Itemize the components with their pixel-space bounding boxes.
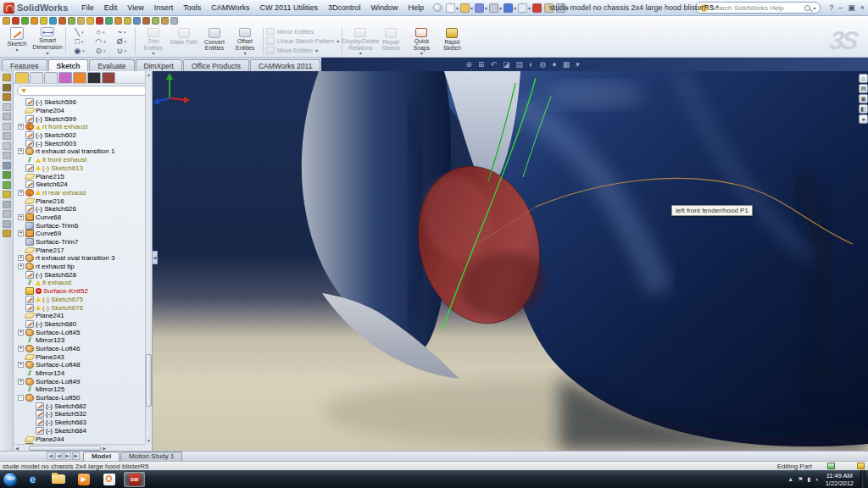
windows-explorer-icon[interactable] xyxy=(47,472,69,487)
toolbar-icon[interactable] xyxy=(86,17,94,25)
scroll-right-icon[interactable]: ▶ xyxy=(101,446,108,451)
tree-item[interactable]: (-) Sketch676 xyxy=(14,303,145,312)
toolbar-icon[interactable] xyxy=(3,17,10,25)
point-tool-icon[interactable]: ⊙ ▾ xyxy=(90,46,111,55)
tree-item[interactable]: ⫽ Mirror125 xyxy=(14,385,145,394)
command-tab[interactable]: Evaluate xyxy=(89,59,134,71)
ribbon-button[interactable]: Trim Entities ▾ xyxy=(138,26,169,56)
tool-icon[interactable] xyxy=(3,152,11,159)
toolbar-icon[interactable] xyxy=(124,17,131,25)
tool-icon[interactable] xyxy=(3,84,11,92)
smart-dimension-button[interactable]: Smart Dimension ▾ xyxy=(32,26,63,56)
appearances-icon[interactable]: ● xyxy=(859,114,868,124)
tree-item[interactable]: Surface-Trim6 xyxy=(14,221,145,230)
camworks-feature-tree-tab-icon[interactable] xyxy=(87,72,101,83)
toolbar-icon[interactable] xyxy=(21,17,29,25)
toolbar-icon[interactable] xyxy=(114,17,122,25)
tree-item[interactable]: Sketch624 xyxy=(14,180,145,189)
toolbar-icon[interactable] xyxy=(152,17,159,25)
command-tab[interactable]: CAMWorks 2011 xyxy=(250,59,320,71)
tree-item[interactable]: ⫽ lt exhaust xyxy=(14,279,145,287)
toolbar-icon[interactable] xyxy=(105,17,113,25)
show-desktop-button[interactable] xyxy=(860,470,865,488)
search-icon[interactable] xyxy=(804,5,810,11)
tab-scroll-left-icon[interactable]: ◀ xyxy=(47,452,54,460)
menu-item[interactable]: CAMWorks xyxy=(206,2,254,14)
tree-item[interactable]: (-) Sketch684 xyxy=(14,427,145,435)
propertymanager-tab-icon[interactable] xyxy=(30,72,43,83)
outlook-icon[interactable]: O xyxy=(98,472,120,487)
search-input[interactable]: Search SolidWorks Help xyxy=(710,4,802,12)
command-tab[interactable]: DimXpert xyxy=(136,59,182,71)
scroll-down-icon[interactable]: ▼ xyxy=(146,437,152,444)
scroll-up-icon[interactable]: ▲ xyxy=(146,71,152,78)
ribbon-button[interactable]: Rapid Sketch xyxy=(437,26,467,56)
search-caret-icon[interactable]: ▾ xyxy=(813,5,815,11)
tree-item[interactable]: (-) Sketch680 xyxy=(14,320,145,329)
tree-item[interactable]: (-) Sketch613 xyxy=(14,164,145,173)
tree-vertical-scrollbar[interactable]: ▲ ▼ xyxy=(145,71,152,444)
start-button[interactable] xyxy=(3,472,18,487)
menu-item[interactable]: Tools xyxy=(178,2,206,14)
tab-scroll-right-icon[interactable]: ▶ xyxy=(72,452,80,460)
tree-item[interactable]: + rt exhaust oval transition 1 xyxy=(14,147,145,156)
dimxpertmanager-tab-icon[interactable] xyxy=(58,72,72,83)
tree-item[interactable]: + rt exhaust oval transition 3 xyxy=(14,254,145,263)
tree-item[interactable]: (-) Sketch628 xyxy=(14,270,145,279)
expand-toggle[interactable]: + xyxy=(18,379,24,385)
menu-item[interactable]: CW 2011 Utilities xyxy=(255,2,323,14)
tool-icon[interactable] xyxy=(3,210,11,218)
ribbon-button[interactable]: Repair Sketch xyxy=(376,26,406,56)
expand-toggle[interactable]: + xyxy=(18,330,24,336)
menu-item[interactable]: Window xyxy=(365,2,403,14)
ribbon-button[interactable]: Linear Sketch Pattern ▾ xyxy=(266,37,339,45)
tool-icon[interactable] xyxy=(3,132,11,140)
tree-item[interactable]: + Surface-Loft45 xyxy=(14,328,145,336)
tree-item[interactable]: Plane241 xyxy=(14,312,145,320)
tree-item[interactable]: + Surface-Loft49 xyxy=(14,377,145,385)
graphics-viewport[interactable]: left front fender/hood P1 ⌂▤▣◧● ◀ xyxy=(153,71,868,451)
tree-item[interactable]: (-) Sketch682 xyxy=(14,402,145,410)
taskbar-clock[interactable]: 11:49 AM 1/22/2012 xyxy=(826,472,854,487)
tree-item[interactable]: Plane244 xyxy=(14,435,145,443)
tab-scroll-left-icon[interactable]: ◀ xyxy=(55,452,63,460)
toolbar-icon[interactable] xyxy=(142,17,150,25)
menu-item[interactable]: 3Dcontrol xyxy=(323,2,366,14)
fillet-tool-icon[interactable]: ∪ ▾ xyxy=(111,46,132,55)
tree-item[interactable]: + rt exhaust tip xyxy=(14,263,145,271)
toolbar-icon[interactable] xyxy=(170,17,178,25)
scroll-left-icon[interactable]: ◀ xyxy=(14,446,20,451)
network-icon[interactable]: ▮ xyxy=(808,476,811,483)
internet-explorer-icon[interactable]: e xyxy=(22,472,43,487)
save-icon[interactable]: ▾ xyxy=(475,3,487,13)
toolbar-icon[interactable] xyxy=(40,17,47,25)
tree-item[interactable]: Plane217 xyxy=(14,246,145,254)
zoom-fit-icon[interactable]: ⊕ xyxy=(465,59,472,69)
action-center-flag-icon[interactable]: ⚑ xyxy=(798,476,803,483)
tree-item[interactable]: (-) Sketch532 xyxy=(14,410,145,419)
previous-view-icon[interactable]: ↶ xyxy=(490,59,497,69)
menu-item[interactable]: File xyxy=(76,2,99,14)
ribbon-button[interactable]: Quick Snaps ▾ xyxy=(406,26,437,56)
tool-icon[interactable] xyxy=(3,171,11,179)
expand-toggle[interactable]: + xyxy=(18,124,24,130)
toolbar-icon[interactable] xyxy=(161,17,169,25)
tool-icon[interactable] xyxy=(3,220,11,228)
ribbon-button[interactable]: Mirror Entities xyxy=(266,28,339,36)
toolbar-icon[interactable] xyxy=(77,17,85,25)
solidworks-taskbar-icon[interactable]: SW xyxy=(124,472,145,487)
expand-toggle[interactable]: + xyxy=(18,190,24,196)
ribbon-button[interactable]: Display/Delete Relations ▾ xyxy=(345,26,376,56)
tree-item[interactable]: (-) Sketch683 xyxy=(14,419,145,427)
tree-item[interactable]: Plane215 xyxy=(14,172,145,180)
tree-item[interactable]: + ~ Curve69 xyxy=(14,230,145,238)
tree-horizontal-scrollbar[interactable]: ◀ ▶ xyxy=(14,444,145,451)
tool-icon[interactable] xyxy=(3,181,11,189)
select-icon[interactable]: ▾ xyxy=(518,3,531,13)
ellipse-tool-icon[interactable]: Ø ▾ xyxy=(111,36,132,46)
command-tab[interactable]: Sketch xyxy=(48,59,89,71)
tree-item[interactable]: (-) Sketch602 xyxy=(14,131,145,140)
menu-item[interactable]: Insert xyxy=(149,2,179,14)
ribbon-button[interactable]: Convert Entities xyxy=(199,26,230,56)
tree-item[interactable]: (-) Sketch603 xyxy=(14,139,145,147)
